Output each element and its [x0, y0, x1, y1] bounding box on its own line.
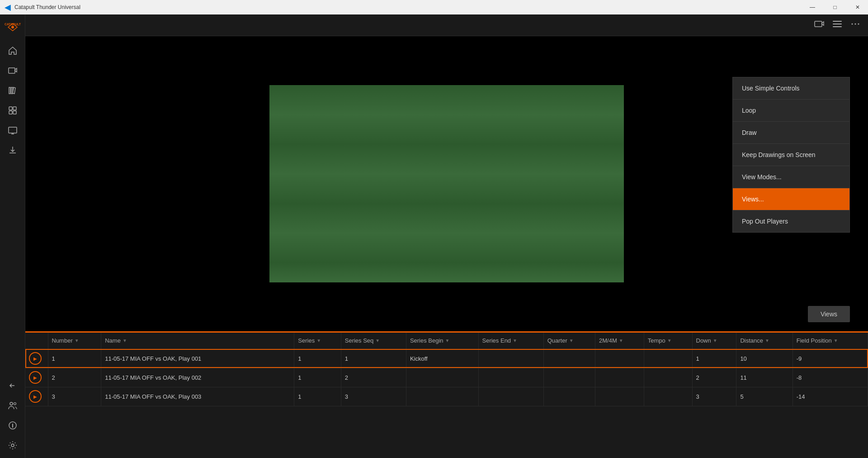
svg-point-15	[852, 24, 853, 25]
cell-tempo-row-0	[644, 349, 692, 368]
filter-icon-series-seq[interactable]: ▼	[375, 338, 380, 343]
col-header-series-seq[interactable]: Series Seq ▼	[341, 333, 406, 349]
col-header-down[interactable]: Down ▼	[692, 333, 736, 349]
col-header-field-position[interactable]: Field Position ▼	[793, 333, 868, 349]
sidebar-top	[4, 42, 22, 375]
filter-icon-field-position[interactable]: ▼	[834, 338, 838, 343]
menu-item-pop-out-players[interactable]: Pop Out Players	[733, 210, 849, 232]
play-button-row-2[interactable]: ▶	[29, 390, 42, 403]
sidebar-bottom	[4, 377, 22, 454]
filter-icon-distance[interactable]: ▼	[765, 338, 769, 343]
bottom-panel: Number ▼ Name ▼	[25, 331, 868, 458]
table-row[interactable]: ▶111-05-17 MIA OFF vs OAK, Play 00111Kic…	[25, 349, 868, 368]
menu-item-views[interactable]: Views...	[733, 188, 849, 210]
filter-icon-name[interactable]: ▼	[123, 338, 127, 343]
col-header-series-begin[interactable]: Series Begin ▼	[406, 333, 478, 349]
sidebar-item-back[interactable]	[4, 377, 22, 395]
cell-name-row-0: 11-05-17 MIA OFF vs OAK, Play 001	[101, 349, 294, 368]
sidebar-item-download[interactable]	[4, 141, 22, 159]
col-header-series-end[interactable]: Series End ▼	[478, 333, 543, 349]
cell-number-row-0: 1	[48, 349, 101, 368]
cell-name-row-1: 11-05-17 MIA OFF vs OAK, Play 002	[101, 368, 294, 387]
cell-distance-row-1: 11	[736, 368, 793, 387]
filter-icon-quarter[interactable]: ▼	[569, 338, 574, 343]
filter-icon-series[interactable]: ▼	[316, 338, 321, 343]
close-button[interactable]: ✕	[847, 0, 868, 14]
col-header-2m4m[interactable]: 2M/4M ▼	[595, 333, 644, 349]
table-wrapper[interactable]: Number ▼ Name ▼	[25, 333, 868, 458]
cell-series_begin-row-0: Kickoff	[406, 349, 478, 368]
filter-icon-down[interactable]: ▼	[713, 338, 717, 343]
table-row[interactable]: ▶311-05-17 MIA OFF vs OAK, Play 0031335-…	[25, 387, 868, 406]
play-button-row-0[interactable]: ▶	[29, 352, 42, 365]
menu-item-loop[interactable]: Loop	[733, 100, 849, 122]
col-header-series[interactable]: Series ▼	[294, 333, 341, 349]
filter-icon-number[interactable]: ▼	[75, 338, 79, 343]
cell-series-row-1: 1	[294, 368, 341, 387]
sidebar-item-info[interactable]	[4, 416, 22, 434]
sidebar-item-video[interactable]	[4, 62, 22, 80]
menu-item-draw[interactable]: Draw	[733, 122, 849, 144]
sidebar-item-people[interactable]	[4, 396, 22, 415]
cell-distance-row-2: 5	[736, 387, 793, 406]
col-label-name: Name	[105, 337, 121, 344]
filter-icon-series-end[interactable]: ▼	[513, 338, 517, 343]
more-options-icon[interactable]	[850, 19, 861, 32]
table-row[interactable]: ▶211-05-17 MIA OFF vs OAK, Play 00212211…	[25, 368, 868, 387]
cell-2m4m-row-1	[595, 368, 644, 387]
col-header-number[interactable]: Number ▼	[48, 333, 101, 349]
col-label-series: Series	[298, 337, 315, 344]
content-area: CATAPULT	[0, 14, 868, 458]
back-button[interactable]: ◀	[5, 2, 11, 12]
col-header-name[interactable]: Name ▼	[101, 333, 294, 349]
col-label-series-begin: Series Begin	[410, 337, 443, 344]
col-header-quarter[interactable]: Quarter ▼	[543, 333, 595, 349]
svg-rect-8	[13, 111, 16, 114]
video-player	[269, 85, 624, 282]
filter-icon-series-begin[interactable]: ▼	[445, 338, 450, 343]
col-label-tempo: Tempo	[648, 337, 665, 344]
play-button-row-1[interactable]: ▶	[29, 371, 42, 384]
dropdown-menu: Use Simple Controls Loop Draw Keep Drawi…	[732, 77, 850, 233]
svg-rect-3	[9, 87, 10, 94]
minimize-button[interactable]: —	[802, 0, 823, 14]
svg-point-1	[11, 26, 14, 29]
sidebar-item-home[interactable]	[4, 42, 22, 60]
col-label-distance: Distance	[740, 337, 763, 344]
svg-rect-5	[9, 107, 12, 110]
menu-icon[interactable]	[832, 19, 843, 32]
menu-item-view-modes[interactable]: View Modes...	[733, 166, 849, 188]
sidebar-item-analytics[interactable]	[4, 101, 22, 119]
sidebar-logo: CATAPULT	[4, 18, 22, 36]
sidebar-item-settings[interactable]	[4, 436, 22, 454]
menu-item-keep-drawings[interactable]: Keep Drawings on Screen	[733, 144, 849, 166]
views-button[interactable]: Views	[808, 306, 850, 322]
svg-rect-14	[815, 21, 822, 27]
col-header-tempo[interactable]: Tempo ▼	[644, 333, 692, 349]
cell-series_end-row-2	[478, 387, 543, 406]
cell-distance-row-0: 10	[736, 349, 793, 368]
menu-item-simple-controls[interactable]: Use Simple Controls	[733, 77, 849, 100]
col-label-series-seq: Series Seq	[345, 337, 374, 344]
sidebar: CATAPULT	[0, 14, 25, 458]
table-area: Number ▼ Name ▼	[25, 333, 868, 458]
sidebar-item-monitor[interactable]	[4, 121, 22, 139]
filter-icon-tempo[interactable]: ▼	[667, 338, 672, 343]
svg-point-16	[855, 24, 856, 25]
table-header-row: Number ▼ Name ▼	[25, 333, 868, 349]
col-header-distance[interactable]: Distance ▼	[736, 333, 793, 349]
play-btn-cell-0: ▶	[25, 349, 48, 368]
plays-table: Number ▼ Name ▼	[25, 333, 868, 406]
cell-tempo-row-2	[644, 387, 692, 406]
filter-icon-2m4m[interactable]: ▼	[619, 338, 623, 343]
svg-point-13	[11, 444, 14, 447]
cell-2m4m-row-2	[595, 387, 644, 406]
title-bar: ◀ Catapult Thunder Universal — □ ✕	[0, 0, 868, 14]
cell-down-row-1: 2	[692, 368, 736, 387]
cell-series_seq-row-2: 3	[341, 387, 406, 406]
video-frame	[269, 85, 624, 282]
camera-icon[interactable]	[814, 19, 825, 32]
col-label-2m4m: 2M/4M	[599, 337, 617, 344]
sidebar-item-library[interactable]	[4, 81, 22, 100]
maximize-button[interactable]: □	[825, 0, 845, 14]
